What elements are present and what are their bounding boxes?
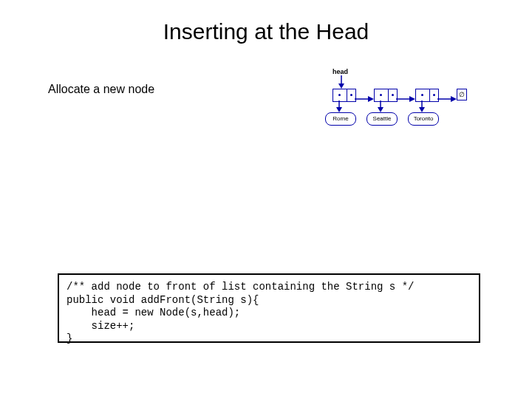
svg-marker-11 xyxy=(378,107,383,112)
svg-marker-5 xyxy=(409,96,415,102)
code-line: public void addFront(String s){ xyxy=(66,294,259,306)
code-line: head = new Node(s,head); xyxy=(66,307,240,318)
slide-title: Inserting at the Head xyxy=(0,19,532,44)
data-value: Seattle xyxy=(366,112,398,126)
next-pointer-arrow xyxy=(396,92,417,106)
data-value: Toronto xyxy=(408,112,439,126)
svg-marker-1 xyxy=(338,83,344,89)
svg-marker-7 xyxy=(451,96,457,102)
null-terminator: ∅ xyxy=(457,89,467,100)
step-caption: Allocate a new node xyxy=(48,83,154,96)
code-snippet: /** add node to front of list containing… xyxy=(58,273,480,343)
code-line: size++; xyxy=(66,320,134,332)
linked-list-diagram: head xyxy=(316,68,489,139)
svg-marker-13 xyxy=(419,107,425,112)
code-line: /** add node to front of list containing… xyxy=(66,281,414,293)
svg-marker-9 xyxy=(336,107,342,112)
data-value: Rome xyxy=(325,112,356,126)
code-line: } xyxy=(66,332,72,344)
head-variable-label: head xyxy=(332,68,348,75)
next-pointer-arrow xyxy=(437,92,458,106)
next-pointer-arrow xyxy=(355,92,375,106)
svg-marker-3 xyxy=(368,96,374,102)
